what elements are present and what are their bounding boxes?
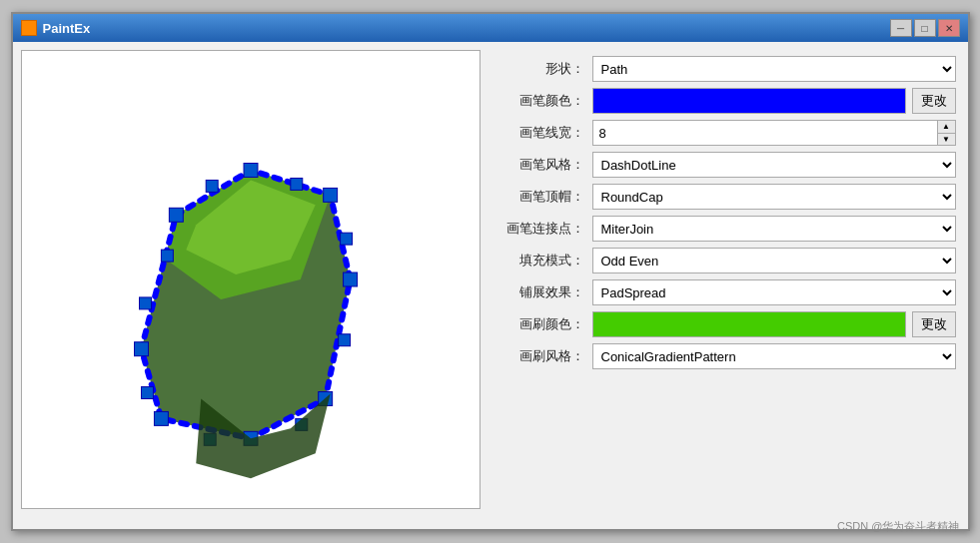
pen-color-swatch xyxy=(592,88,906,114)
shape-select[interactable]: Path Line Rectangle Ellipse Polygon xyxy=(592,56,956,82)
brush-color-change-button[interactable]: 更改 xyxy=(912,311,956,337)
svg-rect-15 xyxy=(139,297,151,309)
app-icon xyxy=(21,20,37,36)
spread-select[interactable]: PadSpread RepeatSpread ReflectSpread xyxy=(592,279,956,305)
pen-join-widget: MiterJoin BevelJoin RoundJoin xyxy=(592,216,956,242)
brush-style-select[interactable]: SolidPattern LinearGradientPattern Radia… xyxy=(592,343,956,369)
svg-rect-9 xyxy=(290,178,302,190)
pen-cap-label: 画笔顶帽： xyxy=(494,188,584,206)
pen-width-label: 画笔线宽： xyxy=(494,124,584,142)
fill-mode-widget: Odd Even Winding xyxy=(592,248,956,273)
pen-style-row: 画笔风格： SolidLine DashLine DotLine DashDot… xyxy=(494,152,956,178)
brush-style-label: 画刷风格： xyxy=(494,347,584,365)
shape-label: 形状： xyxy=(494,60,584,78)
canvas-svg xyxy=(22,51,480,508)
brush-style-row: 画刷风格： SolidPattern LinearGradientPattern… xyxy=(494,343,956,369)
svg-rect-2 xyxy=(323,188,337,202)
fill-mode-row: 填充模式： Odd Even Winding xyxy=(494,248,956,273)
fill-mode-select[interactable]: Odd Even Winding xyxy=(592,248,956,273)
svg-rect-0 xyxy=(169,208,183,222)
pen-color-label: 画笔颜色： xyxy=(494,92,584,110)
brush-color-row: 画刷颜色： 更改 xyxy=(494,311,956,337)
spinner-down-button[interactable]: ▼ xyxy=(938,134,955,146)
minimize-button[interactable]: ─ xyxy=(890,19,912,37)
svg-rect-6 xyxy=(154,411,168,425)
spread-row: 铺展效果： PadSpread RepeatSpread ReflectSpre… xyxy=(494,279,956,305)
main-window: PaintEx ─ □ ✕ xyxy=(11,12,970,531)
brush-color-label: 画刷颜色： xyxy=(494,315,584,333)
pen-cap-select[interactable]: FlatCap SquareCap RoundCap xyxy=(592,184,956,210)
window-title: PaintEx xyxy=(43,21,91,36)
pen-style-widget: SolidLine DashLine DotLine DashDotLine D… xyxy=(592,152,956,178)
pen-color-change-button[interactable]: 更改 xyxy=(912,88,956,114)
pen-width-widget: ▲ ▼ xyxy=(592,120,956,146)
pen-cap-widget: FlatCap SquareCap RoundCap xyxy=(592,184,956,210)
fill-mode-label: 填充模式： xyxy=(494,252,584,270)
pen-cap-row: 画笔顶帽： FlatCap SquareCap RoundCap xyxy=(494,184,956,210)
pen-join-select[interactable]: MiterJoin BevelJoin RoundJoin xyxy=(592,216,956,242)
pen-color-widget: 更改 xyxy=(592,88,956,114)
svg-rect-10 xyxy=(340,233,352,245)
pen-join-label: 画笔连接点： xyxy=(494,220,584,238)
pen-color-row: 画笔颜色： 更改 xyxy=(494,88,956,114)
spread-widget: PadSpread RepeatSpread ReflectSpread xyxy=(592,279,956,305)
brush-color-swatch xyxy=(592,311,906,337)
title-bar-left: PaintEx xyxy=(21,20,91,36)
svg-rect-11 xyxy=(338,334,350,346)
controls-panel: 形状： Path Line Rectangle Ellipse Polygon … xyxy=(490,50,960,509)
svg-rect-1 xyxy=(244,164,258,178)
pen-style-select[interactable]: SolidLine DashLine DotLine DashDotLine D… xyxy=(592,152,956,178)
spread-label: 铺展效果： xyxy=(494,283,584,301)
pen-width-input[interactable] xyxy=(593,121,937,145)
spinner-up-button[interactable]: ▲ xyxy=(938,121,955,134)
shape-row: 形状： Path Line Rectangle Ellipse Polygon xyxy=(494,56,956,82)
pen-style-label: 画笔风格： xyxy=(494,156,584,174)
pen-join-row: 画笔连接点： MiterJoin BevelJoin RoundJoin xyxy=(494,216,956,242)
svg-rect-16 xyxy=(161,250,173,262)
content-area: 形状： Path Line Rectangle Ellipse Polygon … xyxy=(13,42,968,517)
pen-width-row: 画笔线宽： ▲ ▼ xyxy=(494,120,956,146)
drawing-canvas[interactable] xyxy=(21,50,481,509)
watermark: CSDN @华为奋斗者精神 xyxy=(13,517,968,538)
title-controls: ─ □ ✕ xyxy=(890,19,960,37)
pen-width-spinner: ▲ ▼ xyxy=(592,120,956,146)
svg-rect-14 xyxy=(141,387,153,399)
brush-style-widget: SolidPattern LinearGradientPattern Radia… xyxy=(592,343,956,369)
close-button[interactable]: ✕ xyxy=(938,19,960,37)
svg-rect-8 xyxy=(206,180,218,192)
spinner-buttons: ▲ ▼ xyxy=(937,121,955,145)
maximize-button[interactable]: □ xyxy=(914,19,936,37)
shape-widget: Path Line Rectangle Ellipse Polygon xyxy=(592,56,956,82)
svg-rect-7 xyxy=(134,342,148,356)
brush-color-widget: 更改 xyxy=(592,311,956,337)
title-bar: PaintEx ─ □ ✕ xyxy=(13,14,968,42)
svg-rect-3 xyxy=(343,272,357,286)
